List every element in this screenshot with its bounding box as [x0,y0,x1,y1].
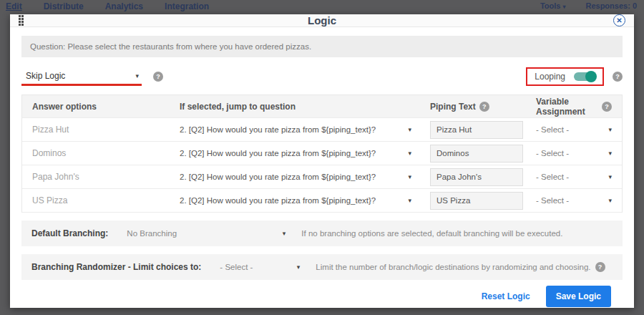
table-row: Dominos 2. [Q2] How would you rate pizza… [22,142,622,165]
branching-randomizer-bar: Branching Randomizer - Limit choices to:… [21,254,623,280]
chevron-down-icon: ▾ [135,72,139,79]
variable-assignment-label: Variable Assignment [536,97,598,117]
top-menu: Edit Distribute Analytics Integration [6,1,209,13]
question-bar: Question: Please select the restaurants … [21,36,623,57]
help-icon[interactable]: ? [153,72,163,82]
save-logic-button[interactable]: Save Logic [546,286,611,307]
logic-type-value: Skip Logic [26,71,65,81]
drag-handle-icon[interactable] [19,15,24,26]
variable-assignment-select[interactable]: - Select - ▾ [536,173,622,181]
variable-assignment-select[interactable]: - Select - ▾ [536,125,622,134]
jump-question-value: 2. [Q2] How would you rate pizza from ${… [180,125,376,134]
responses-count[interactable]: Responses: 0 [585,1,637,10]
chevron-down-icon: ▾ [608,126,612,133]
menu-item-integration[interactable]: Integration [165,1,209,13]
chevron-down-icon: ▾ [408,197,411,204]
variable-assignment-value: - Select - [536,125,569,134]
looping-highlight-box: Looping [526,67,604,86]
jump-question-select[interactable]: 2. [Q2] How would you rate pizza from ${… [180,196,430,205]
header-piping-text: Piping Text [430,102,476,112]
variable-assignment-value: - Select - [536,196,569,205]
answer-option-label: Dominos [32,148,180,158]
default-branching-description: If no branching options are selected, de… [301,229,562,238]
table-row: Pizza Hut 2. [Q2] How would you rate piz… [22,118,622,142]
default-branching-label: Default Branching: [31,228,108,238]
table-row: US Pizza 2. [Q2] How would you rate pizz… [22,189,622,213]
default-branching-select[interactable]: No Branching ▾ [127,229,286,238]
chevron-down-icon: ▾ [283,230,286,237]
tools-label: Tools [540,1,561,10]
help-icon[interactable]: ? [595,262,605,272]
menu-item-distribute[interactable]: Distribute [44,1,84,13]
branching-table: Answer options If selected, jump to ques… [21,94,623,213]
table-header-row: Answer options If selected, jump to ques… [22,95,622,118]
help-icon[interactable]: ? [479,102,489,112]
looping-toggle[interactable] [574,72,595,81]
default-branching-bar: Default Branching: No Branching ▾ If no … [21,220,623,246]
piping-text-input[interactable] [430,145,523,163]
red-underline-highlight [21,84,142,86]
jump-question-select[interactable]: 2. [Q2] How would you rate pizza from ${… [180,149,430,158]
variable-assignment-value: - Select - [536,149,569,158]
chevron-down-icon: ▾ [297,263,301,271]
variable-assignment-value: - Select - [536,173,569,181]
menu-item-analytics[interactable]: Analytics [105,1,143,13]
answer-option-label: Papa John's [32,172,180,182]
logic-type-row: Skip Logic ▾ ? Looping ? [21,67,623,86]
header-jump-to-question: If selected, jump to question [180,102,296,112]
modal-body: Question: Please select the restaurants … [10,27,634,315]
table-row: Papa John's 2. [Q2] How would you rate p… [22,165,622,189]
jump-question-value: 2. [Q2] How would you rate pizza from ${… [180,173,376,181]
jump-question-select[interactable]: 2. [Q2] How would you rate pizza from ${… [180,125,430,134]
randomizer-limit-value: - Select - [220,263,253,271]
chevron-down-icon: ▾ [408,173,411,180]
help-icon[interactable]: ? [613,72,623,82]
header-variable-assignment: Variable Assignment ? [536,97,612,117]
randomizer-description: Limit the number of branch/logic destina… [316,263,590,271]
logic-type-select[interactable]: Skip Logic ▾ [21,69,142,84]
branching-randomizer-label: Branching Randomizer - Limit choices to: [31,262,201,272]
top-navigation-bar: Edit Distribute Analytics Integration To… [0,0,644,14]
looping-label: Looping [535,72,565,82]
modal-header: Logic ✕ [10,14,634,27]
chevron-down-icon: ▾ [562,4,565,10]
default-branching-value: No Branching [127,229,177,238]
chevron-down-icon: ▾ [408,150,411,157]
piping-text-input[interactable] [430,192,523,210]
chevron-down-icon: ▾ [608,197,612,204]
jump-question-value: 2. [Q2] How would you rate pizza from ${… [180,149,376,158]
variable-assignment-select[interactable]: - Select - ▾ [536,196,622,205]
reset-logic-link[interactable]: Reset Logic [482,291,530,301]
jump-question-select[interactable]: 2. [Q2] How would you rate pizza from ${… [180,173,430,181]
variable-assignment-select[interactable]: - Select - ▾ [536,149,622,158]
header-answer-options: Answer options [32,102,180,112]
piping-text-input[interactable] [430,168,523,186]
modal-footer: Reset Logic Save Logic [21,280,623,315]
chevron-down-icon: ▾ [608,173,612,180]
randomizer-limit-select[interactable]: - Select - ▾ [220,263,300,271]
answer-option-label: Pizza Hut [32,125,180,135]
chevron-down-icon: ▾ [608,150,612,157]
help-icon[interactable]: ? [602,102,612,112]
menu-item-edit[interactable]: Edit [6,1,22,13]
question-label: Question: Please select the restaurants … [30,42,311,51]
close-icon[interactable]: ✕ [613,14,625,26]
logic-modal: Logic ✕ Question: Please select the rest… [10,14,634,308]
looping-section: Looping ? [526,67,623,86]
chevron-down-icon: ▾ [408,126,411,133]
toggle-knob [585,71,597,82]
tools-dropdown[interactable]: Tools ▾ [540,1,566,10]
jump-question-value: 2. [Q2] How would you rate pizza from ${… [180,196,376,205]
answer-option-label: US Pizza [32,195,180,205]
logic-type-select-wrap: Skip Logic ▾ [21,69,142,84]
modal-title: Logic [10,14,634,26]
piping-text-input[interactable] [430,121,523,139]
